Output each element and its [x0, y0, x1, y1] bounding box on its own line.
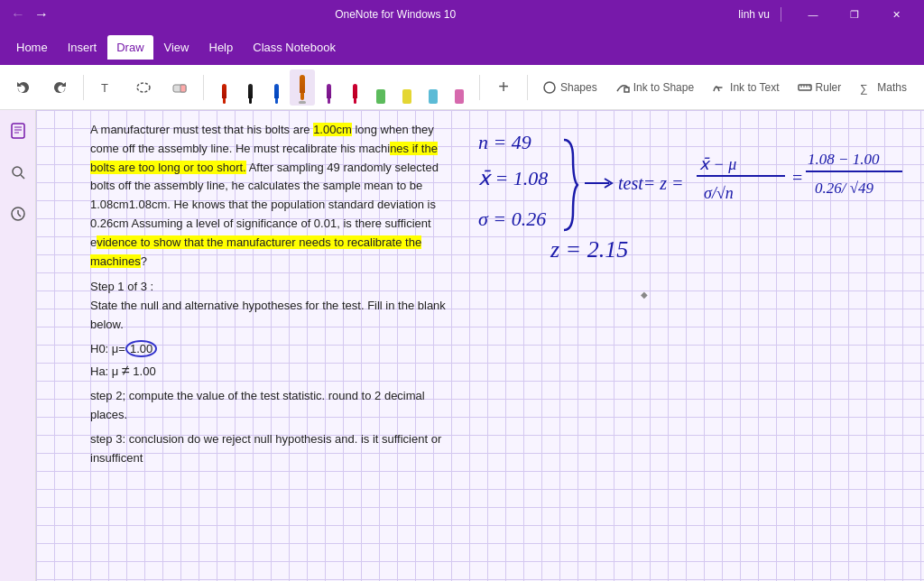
- text-block: A manufacturer must test that his bolts …: [90, 121, 451, 467]
- ink-to-shape-label: Ink to Shape: [633, 81, 694, 94]
- user-name: linh vu: [738, 8, 770, 21]
- highlight-evidence: vidence to show that the manufacturer ne…: [90, 235, 421, 268]
- h0-text: H0: μ=1.00: [90, 340, 451, 359]
- h0-label: H0: μ=: [90, 342, 125, 355]
- pen-darkred[interactable]: [342, 69, 367, 106]
- sidebar-notes-icon[interactable]: [5, 117, 32, 144]
- sep2: [203, 75, 204, 100]
- menu-draw[interactable]: Draw: [107, 35, 152, 60]
- close-button[interactable]: ✕: [875, 0, 917, 29]
- pen-red[interactable]: [211, 69, 236, 106]
- pen-orange[interactable]: [290, 69, 315, 106]
- step3-text: step 3: conclusion do we reject null hyp…: [90, 430, 451, 468]
- step2-text: step 2; compute the value of the test st…: [90, 387, 451, 425]
- ruler-label: Ruler: [816, 81, 842, 94]
- svg-text:T: T: [101, 81, 108, 95]
- svg-rect-3: [180, 85, 186, 92]
- svg-text:1.08 − 1.00: 1.08 − 1.00: [808, 151, 880, 168]
- redo-button[interactable]: [43, 71, 76, 104]
- back-button[interactable]: ←: [7, 4, 29, 25]
- ink-to-text-label: Ink to Text: [730, 81, 779, 94]
- sep1: [83, 75, 84, 100]
- maths-button[interactable]: ∑ Maths: [852, 77, 914, 98]
- not-equal-symbol: ≠: [122, 363, 130, 378]
- eraser-tool[interactable]: [163, 71, 196, 104]
- svg-text:=: =: [792, 168, 802, 188]
- sidebar: [0, 110, 36, 581]
- undo-button[interactable]: [7, 71, 40, 104]
- minimize-button[interactable]: —: [792, 0, 834, 29]
- svg-text:σ = 0.26: σ = 0.26: [478, 208, 546, 230]
- pen-purple[interactable]: [316, 69, 341, 106]
- math-canvas: n = 49 x̄ = 1.08 σ = 0.26 test= z = x̄ −…: [460, 117, 915, 572]
- pen-blue[interactable]: [263, 69, 289, 106]
- svg-line-20: [18, 214, 21, 217]
- svg-text:◆: ◆: [641, 290, 648, 300]
- sep3: [479, 75, 480, 100]
- h0-value: 1.00: [125, 340, 157, 358]
- svg-text:x̄ − μ: x̄ − μ: [699, 155, 736, 173]
- step1-text: Step 1 of 3 :: [90, 278, 451, 297]
- pen-green[interactable]: [368, 69, 393, 106]
- shapes-label: Shapes: [560, 81, 597, 94]
- content-layer: A manufacturer must test that his bolts …: [36, 110, 924, 581]
- add-tool-button[interactable]: +: [487, 71, 520, 104]
- pen-cyan[interactable]: [420, 69, 446, 106]
- svg-text:σ/√n: σ/√n: [704, 184, 734, 202]
- main-area: A manufacturer must test that his bolts …: [0, 110, 924, 581]
- svg-point-16: [13, 167, 22, 176]
- ink-to-shape-button[interactable]: Ink to Shape: [608, 77, 701, 98]
- svg-text:test= z =: test= z =: [618, 173, 684, 193]
- lasso-tool[interactable]: [127, 71, 160, 104]
- math-svg: n = 49 x̄ = 1.08 σ = 0.26 test= z = x̄ −…: [460, 117, 924, 433]
- sidebar-search-icon[interactable]: [5, 159, 32, 186]
- menu-home[interactable]: Home: [7, 35, 57, 60]
- svg-line-17: [21, 175, 24, 179]
- pen-yellow[interactable]: [394, 69, 420, 106]
- state-hyp-text: State the null and alternative hypothese…: [90, 297, 451, 335]
- pen-black[interactable]: [237, 69, 263, 106]
- divider: [781, 7, 781, 22]
- svg-rect-12: [12, 124, 24, 138]
- ha-text: Ha: μ ≠ 1.00: [90, 359, 451, 383]
- pen-pink[interactable]: [447, 69, 472, 106]
- highlight-100cm: 1.00cm: [313, 123, 352, 136]
- pen-tools: [211, 69, 472, 106]
- nav-arrows: ← →: [7, 4, 52, 25]
- menu-help[interactable]: Help: [200, 35, 243, 60]
- menu-class-notebook[interactable]: Class Notebook: [244, 35, 345, 60]
- user-area: linh vu — ❐ ✕: [738, 0, 924, 29]
- restore-button[interactable]: ❐: [834, 0, 875, 29]
- menu-view[interactable]: View: [155, 35, 199, 60]
- ink-to-text-button[interactable]: Ink to Text: [705, 77, 786, 98]
- svg-point-4: [544, 82, 555, 93]
- sep4: [527, 75, 528, 100]
- math-n-eq-49: n = 49: [478, 131, 531, 153]
- shapes-button[interactable]: Shapes: [535, 77, 605, 98]
- svg-text:z = 2.15: z = 2.15: [550, 236, 628, 263]
- menu-bar: Home Insert Draw View Help Class Noteboo…: [0, 29, 924, 65]
- svg-text:0.26/ √49: 0.26/ √49: [815, 180, 874, 197]
- notebook-canvas[interactable]: A manufacturer must test that his bolts …: [36, 110, 924, 581]
- highlight-too-short: oo short.: [200, 161, 246, 174]
- highlight-too-long: nes if the bolts are too long or t: [90, 142, 438, 174]
- ruler-button[interactable]: Ruler: [790, 77, 849, 98]
- title-bar: ← → OneNote for Windows 10 linh vu — ❐ ✕: [0, 0, 924, 29]
- menu-insert[interactable]: Insert: [59, 35, 106, 60]
- problem-text: A manufacturer must test that his bolts …: [90, 121, 451, 271]
- svg-text:∑: ∑: [860, 82, 868, 95]
- toolbar: T: [0, 65, 924, 110]
- app-title: OneNote for Windows 10: [52, 8, 738, 21]
- window-controls: — ❐ ✕: [792, 0, 917, 29]
- svg-point-1: [137, 83, 150, 92]
- forward-button[interactable]: →: [31, 4, 52, 25]
- svg-rect-5: [624, 88, 629, 92]
- svg-text:x̄ = 1.08: x̄ = 1.08: [478, 167, 548, 189]
- sidebar-history-icon[interactable]: [5, 200, 32, 227]
- maths-label: Maths: [877, 81, 907, 94]
- type-tool[interactable]: T: [91, 71, 124, 104]
